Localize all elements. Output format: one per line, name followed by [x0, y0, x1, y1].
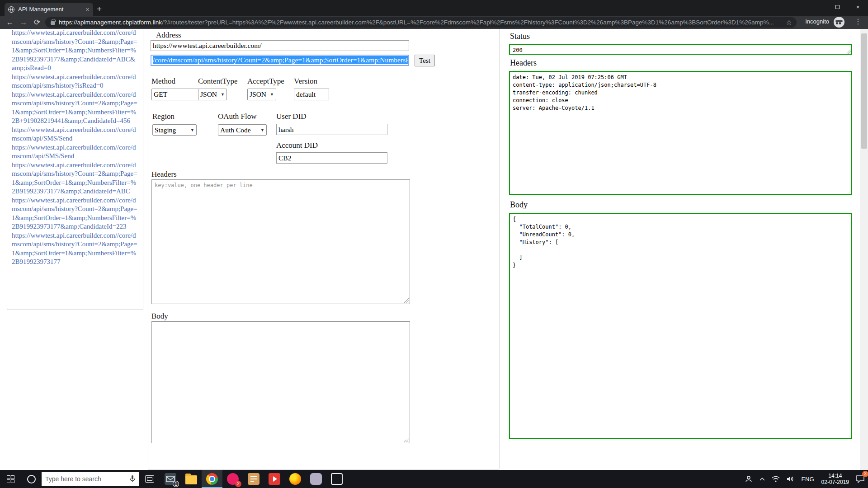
- url-text[interactable]: https://apimanagement.cbplatform.link/?#…: [59, 19, 783, 26]
- oauth-flow-select[interactable]: Auth Code ▼: [218, 124, 267, 136]
- bookmark-star-icon[interactable]: ☆: [786, 19, 792, 27]
- resize-grip-icon[interactable]: [404, 298, 409, 303]
- browser-tab[interactable]: API Management ×: [5, 3, 93, 16]
- taskbar-app-file-explorer[interactable]: [181, 470, 202, 488]
- taskbar-app-pink[interactable]: 2: [222, 470, 243, 488]
- whiteboard-icon: [331, 473, 343, 485]
- region-value: Staging: [155, 126, 189, 134]
- action-center-button[interactable]: 3: [853, 470, 868, 488]
- history-link[interactable]: https://wwwtest.api.careerbuilder.com//c…: [12, 90, 138, 126]
- taskbar-app-chrome[interactable]: [202, 470, 222, 488]
- taskbar-search-box[interactable]: Type here to search: [42, 472, 139, 486]
- play-icon: [269, 473, 280, 485]
- people-button[interactable]: [741, 470, 756, 488]
- tab-close-icon[interactable]: ×: [85, 5, 90, 13]
- tab-strip: API Management × + ×: [0, 0, 868, 16]
- taskbar-app-whiteboard[interactable]: [326, 470, 347, 488]
- accept-type-select[interactable]: JSON ▼: [247, 89, 276, 100]
- history-link[interactable]: https://wwwtest.api.careerbuilder.com//c…: [12, 196, 138, 231]
- volume-button[interactable]: [783, 470, 797, 488]
- address-label: Address: [156, 31, 181, 40]
- windows-logo-icon: [7, 475, 14, 483]
- post-url-selected-text: /core/dmscom/api/sms/history?Count=2&amp…: [153, 56, 409, 64]
- wifi-icon: [772, 476, 780, 482]
- status-textarea[interactable]: 200: [509, 44, 852, 55]
- system-tray: ENG 14:14 02-07-2019 3: [741, 470, 868, 488]
- window-minimize-button[interactable]: [807, 0, 827, 14]
- clock-time: 14:14: [821, 473, 849, 479]
- taskbar-app-mail[interactable]: 1: [160, 470, 181, 488]
- pink-app-badge: 2: [235, 481, 241, 487]
- request-headers-textarea[interactable]: [151, 179, 410, 304]
- scrollbar-thumb[interactable]: [861, 33, 867, 149]
- clock-date: 02-07-2019: [821, 479, 849, 485]
- history-link[interactable]: https://wwwtest.api.careerbuilder.com//c…: [12, 29, 138, 73]
- accept-type-value: JSON: [250, 90, 268, 99]
- globe-icon: [8, 6, 14, 13]
- version-label: Version: [294, 77, 317, 86]
- back-button[interactable]: ←: [4, 16, 16, 28]
- content-type-value: JSON: [200, 90, 219, 99]
- window-close-button[interactable]: ×: [848, 0, 868, 14]
- chevron-down-icon: ▼: [190, 128, 194, 132]
- request-body-label: Body: [151, 312, 168, 321]
- cortana-button[interactable]: [21, 470, 42, 488]
- language-indicator[interactable]: ENG: [797, 476, 817, 483]
- oauth-flow-label: OAuth Flow: [218, 112, 256, 121]
- taskbar-app-firefox[interactable]: [285, 470, 306, 488]
- pre-url-input[interactable]: [151, 40, 409, 51]
- history-link[interactable]: https://wwwtest.api.careerbuilder.com//c…: [12, 161, 138, 196]
- response-body-textarea[interactable]: { "TotalCount": 0, "UnreadCount": 0, "Hi…: [509, 213, 852, 439]
- history-link[interactable]: https://wwwtest.api.careerbuilder.com//c…: [12, 126, 138, 143]
- chevron-down-icon: ▼: [270, 92, 274, 97]
- region-select[interactable]: Staging ▼: [152, 124, 197, 136]
- oauth-flow-value: Auth Code: [220, 126, 259, 134]
- post-url-input[interactable]: /core/dmscom/api/sms/history?Count=2&amp…: [151, 55, 409, 66]
- browser-toolbar: ← → ⟳ https://apimanagement.cbplatform.l…: [0, 16, 868, 29]
- firefox-icon: [289, 473, 301, 485]
- windows-taskbar: Type here to search 1 2: [0, 470, 868, 488]
- response-body-label: Body: [510, 200, 528, 210]
- page-scrollbar[interactable]: [860, 29, 868, 470]
- request-body-textarea[interactable]: [151, 321, 410, 443]
- search-placeholder: Type here to search: [45, 475, 129, 483]
- network-button[interactable]: [769, 470, 783, 488]
- status-label: Status: [510, 32, 530, 41]
- start-button[interactable]: [0, 470, 21, 488]
- request-history-panel: https://wwwtest.api.careerbuilder.com//c…: [7, 29, 143, 310]
- new-tab-button[interactable]: +: [97, 4, 102, 14]
- taskbar-app-ledger[interactable]: [243, 470, 264, 488]
- address-bar[interactable]: https://apimanagement.cbplatform.link/?#…: [45, 17, 797, 28]
- window-maximize-button[interactable]: [827, 0, 848, 14]
- content-type-select[interactable]: JSON ▼: [198, 89, 227, 100]
- resize-grip-icon[interactable]: [404, 437, 409, 442]
- microphone-icon[interactable]: [129, 475, 136, 483]
- user-did-label: User DID: [276, 112, 307, 121]
- forward-button[interactable]: →: [17, 16, 30, 28]
- response-headers-textarea[interactable]: date: Tue, 02 Jul 2019 07:25:06 GMT cont…: [509, 71, 852, 195]
- reload-button[interactable]: ⟳: [31, 16, 43, 28]
- taskbar-app-media-player[interactable]: [264, 470, 285, 488]
- cortana-icon: [27, 475, 36, 483]
- account-did-input[interactable]: [276, 152, 387, 164]
- task-view-button[interactable]: [139, 470, 160, 488]
- version-input[interactable]: [294, 89, 329, 100]
- chevron-up-icon: [759, 477, 765, 481]
- taskbar-app-notes[interactable]: [306, 470, 326, 488]
- url-domain: https://apimanagement.cbplatform.link: [59, 19, 162, 26]
- chevron-down-icon: ▼: [260, 128, 264, 132]
- user-did-input[interactable]: [276, 124, 387, 135]
- history-link[interactable]: https://wwwtest.api.careerbuilder.com//c…: [12, 143, 138, 161]
- test-button[interactable]: Test: [415, 55, 435, 66]
- notes-app-icon: [310, 473, 322, 485]
- browser-menu-icon[interactable]: ⋮: [854, 17, 862, 26]
- history-link[interactable]: https://wwwtest.api.careerbuilder.com//c…: [12, 73, 138, 90]
- chevron-down-icon: ▼: [221, 92, 225, 97]
- person-icon: [745, 475, 753, 483]
- response-headers-label: Headers: [510, 58, 537, 68]
- incognito-icon: [834, 17, 844, 28]
- tray-expand-button[interactable]: [756, 470, 769, 488]
- taskbar-clock[interactable]: 14:14 02-07-2019: [818, 473, 853, 485]
- history-link[interactable]: https://wwwtest.api.careerbuilder.com//c…: [12, 231, 138, 267]
- resize-grip-icon[interactable]: [845, 48, 851, 54]
